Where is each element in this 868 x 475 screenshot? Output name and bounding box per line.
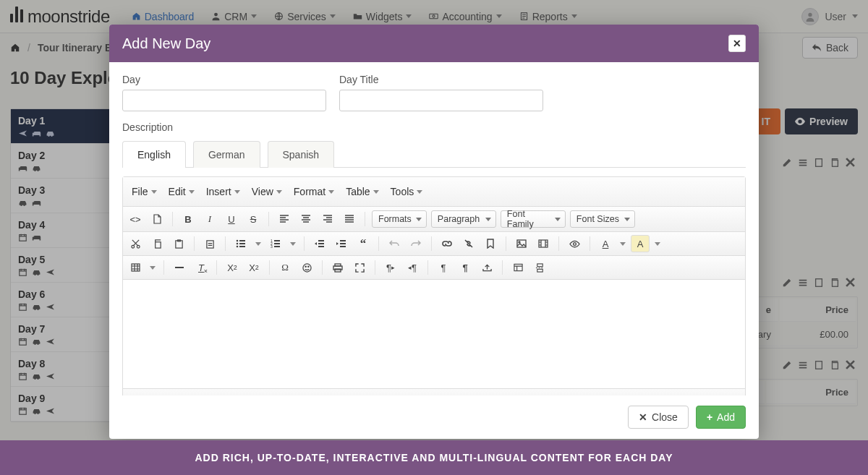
align-right-icon [323, 215, 333, 223]
bullet-list-button[interactable] [231, 235, 250, 252]
nbsp-button[interactable] [477, 259, 496, 276]
template-button[interactable] [509, 259, 527, 276]
show-blocks-button[interactable]: ¶ [434, 259, 453, 276]
add-button[interactable]: + Add [696, 406, 746, 429]
outdent-icon [315, 239, 325, 248]
formats-select[interactable]: Formats [372, 210, 427, 228]
align-justify-button[interactable] [340, 210, 359, 228]
modal-overlay: Add New Day ✕ Day Day Title Description … [0, 0, 868, 475]
modal-close-button[interactable]: ✕ [728, 35, 746, 52]
fullscreen-button[interactable] [350, 259, 369, 276]
blockquote-button[interactable]: “ [354, 235, 373, 252]
scissors-icon [131, 239, 140, 249]
source-code-button[interactable]: <> [126, 210, 145, 228]
svg-point-31 [519, 241, 520, 243]
editor-content-area[interactable] [123, 280, 745, 388]
bookmark-icon [486, 239, 495, 249]
menu-table[interactable]: Table [341, 183, 383, 200]
day-input[interactable] [122, 90, 326, 111]
tab-spanish[interactable]: Spanish [268, 141, 335, 168]
day-title-input[interactable] [339, 90, 543, 111]
link-button[interactable] [438, 235, 456, 252]
chevron-down-icon [655, 242, 660, 246]
menu-insert[interactable]: Insert [202, 183, 244, 200]
media-button[interactable] [534, 235, 553, 252]
chevron-down-icon [150, 266, 156, 270]
redo-button[interactable] [407, 235, 425, 252]
fullscreen-icon [355, 263, 365, 273]
undo-button[interactable] [385, 235, 404, 252]
align-left-button[interactable] [275, 210, 294, 228]
new-document-button[interactable] [148, 210, 166, 228]
paste-button[interactable] [169, 235, 188, 252]
document-icon [153, 214, 162, 224]
print-icon [333, 263, 343, 273]
editor-toolbar-1: <> B I U S Formats Parag [123, 207, 745, 232]
text-color-button[interactable]: A [596, 235, 615, 252]
tab-german[interactable]: German [193, 141, 260, 168]
numbered-list-button[interactable]: 123 [266, 235, 285, 252]
menu-tools[interactable]: Tools [386, 183, 427, 200]
chevron-down-icon [276, 190, 282, 194]
font-sizes-select[interactable]: Font Sizes [570, 210, 635, 228]
chevron-down-icon [328, 190, 334, 194]
cut-button[interactable] [126, 235, 145, 252]
numbered-style-button[interactable] [288, 235, 298, 252]
menu-format[interactable]: Format [289, 183, 339, 200]
image-button[interactable] [512, 235, 531, 252]
bg-color-picker[interactable] [652, 235, 663, 252]
close-label: Close [652, 411, 678, 423]
chevron-down-icon [290, 242, 296, 246]
close-icon: ✕ [639, 411, 647, 423]
underline-button[interactable]: U [222, 210, 241, 228]
menu-file[interactable]: File [127, 183, 161, 200]
strikethrough-button[interactable]: S [244, 210, 263, 228]
table-icon [131, 263, 140, 272]
outdent-button[interactable] [310, 235, 329, 252]
unlink-button[interactable] [459, 235, 478, 252]
italic-button[interactable]: I [200, 210, 219, 228]
table-picker[interactable] [148, 259, 158, 276]
resize-handle[interactable] [731, 395, 738, 396]
ltr-button[interactable]: ¶▸ [381, 259, 400, 276]
eye-icon [569, 240, 580, 248]
table-button[interactable] [126, 259, 145, 276]
print-button[interactable] [328, 259, 347, 276]
clear-formatting-button[interactable]: T× [192, 259, 210, 276]
chevron-down-icon [234, 190, 240, 194]
subscript-button[interactable]: X2 [223, 259, 242, 276]
svg-point-18 [131, 245, 134, 248]
language-tabs: English German Spanish [122, 140, 746, 168]
menu-view[interactable]: View [247, 183, 286, 200]
numbered-list-icon: 123 [271, 239, 281, 248]
indent-button[interactable] [332, 235, 351, 252]
emoticon-button[interactable] [297, 259, 316, 276]
copy-icon [153, 239, 162, 249]
banner-text: ADD RICH, UP-TO-DATE, INTERACTIVE AND MU… [195, 452, 673, 463]
bg-color-button[interactable]: A [631, 235, 650, 252]
bold-button[interactable]: B [179, 210, 197, 228]
close-button[interactable]: ✕ Close [628, 406, 689, 429]
paragraph-select[interactable]: Paragraph [431, 210, 496, 228]
list-style-button[interactable] [253, 235, 263, 252]
hr-button[interactable] [170, 259, 189, 276]
special-char-button[interactable]: Ω [276, 259, 294, 276]
paste-text-button[interactable] [200, 235, 219, 252]
pagebreak-button[interactable] [530, 259, 549, 276]
svg-point-26 [237, 246, 239, 248]
align-center-button[interactable] [297, 210, 315, 228]
rtl-button[interactable]: ◂¶ [403, 259, 422, 276]
undo-icon [389, 239, 399, 248]
menu-edit[interactable]: Edit [164, 183, 199, 200]
copy-button[interactable] [148, 235, 166, 252]
show-invisible-button[interactable]: ¶ [456, 259, 475, 276]
align-right-button[interactable] [318, 210, 337, 228]
link-icon [442, 239, 452, 248]
anchor-button[interactable] [481, 235, 500, 252]
modal-header: Add New Day ✕ [109, 25, 759, 62]
font-family-select[interactable]: Font Family [501, 210, 566, 228]
text-color-picker[interactable] [618, 235, 628, 252]
superscript-button[interactable]: X2 [244, 259, 263, 276]
tab-english[interactable]: English [122, 141, 186, 168]
preview-button[interactable] [565, 235, 584, 252]
